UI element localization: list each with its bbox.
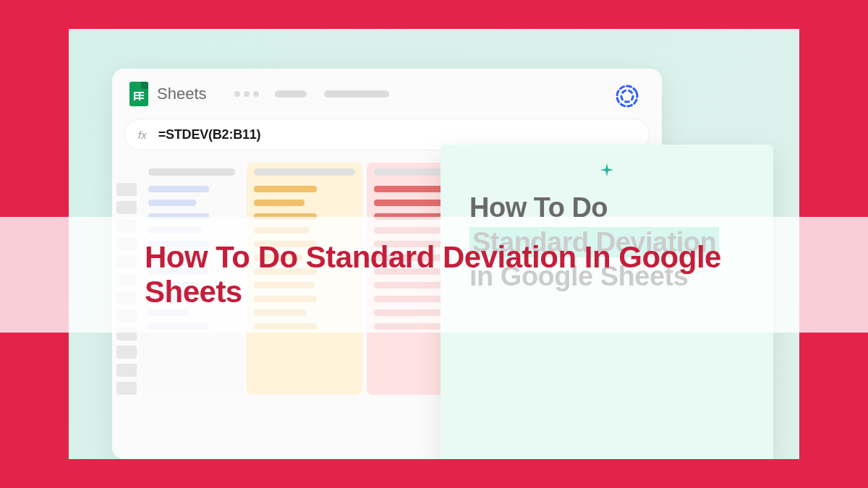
- fx-icon: fx: [138, 129, 147, 141]
- tab-placeholder: [275, 90, 307, 98]
- sparkle-icon: [600, 163, 613, 176]
- svg-point-0: [614, 83, 640, 109]
- svg-point-1: [621, 90, 633, 102]
- tab-placeholder: [324, 90, 389, 98]
- page-title: How To Do Standard Deviation In Google S…: [145, 240, 738, 310]
- overlay-banner: How To Do Standard Deviation In Google S…: [0, 217, 868, 333]
- coefficient-logo-icon: [611, 80, 643, 112]
- formula-text: =STDEV(B2:B11): [158, 127, 261, 142]
- sheets-app-icon: [129, 82, 148, 106]
- sheets-header: Sheets: [112, 69, 662, 116]
- app-name: Sheets: [157, 85, 207, 103]
- window-dots: [234, 91, 259, 97]
